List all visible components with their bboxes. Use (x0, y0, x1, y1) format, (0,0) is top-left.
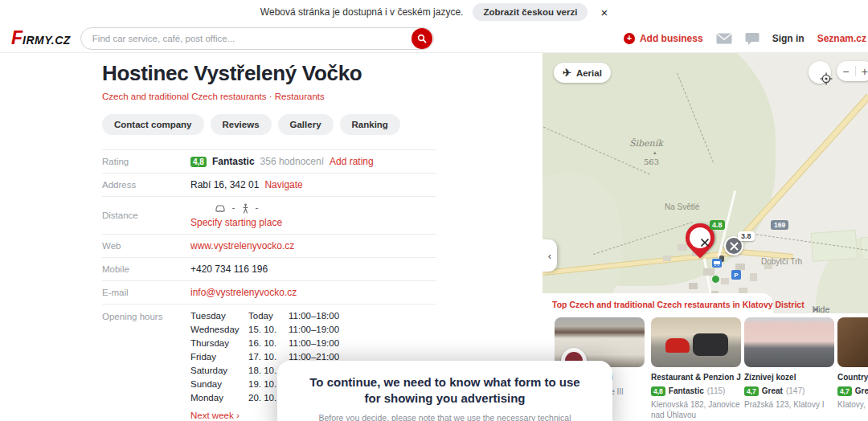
map-building (739, 288, 747, 293)
info-poi-icon (711, 275, 720, 284)
walk-icon (242, 203, 249, 214)
ranking-button[interactable]: Ranking (340, 114, 400, 135)
add-business-button[interactable]: + Add business (624, 33, 703, 44)
reviews-button[interactable]: Reviews (211, 114, 272, 135)
map-building (703, 268, 714, 276)
restaurant-name: Žíznivej kozel (744, 373, 834, 383)
restaurant-address: Pražská 123, Klatovy I (744, 399, 834, 410)
hours-date: 15. 10. (248, 324, 289, 336)
website-link[interactable]: www.vystrelenyvocko.cz (190, 240, 294, 251)
seznam-link[interactable]: Seznam.cz (817, 33, 866, 44)
hours-time: 11:00–19:00 (289, 337, 369, 349)
restaurant-address: Klatovy, (837, 399, 868, 410)
mail-icon[interactable] (716, 33, 732, 44)
search-icon (417, 34, 427, 43)
breadcrumb: Czech and traditional Czech restaurants … (102, 92, 440, 101)
category-link-czech-restaurants[interactable]: Czech and traditional Czech restaurants (102, 92, 267, 101)
gallery-button[interactable]: Gallery (278, 114, 334, 135)
restaurant-rating: 4,7 Great (147) (744, 386, 834, 396)
search-input[interactable] (80, 27, 434, 50)
consent-dialog-title: To continue, we need to know what form t… (305, 374, 585, 407)
chevron-right-icon: › (236, 411, 240, 420)
opening-hours-label: Opening hours (102, 310, 190, 321)
plus-icon: + (624, 33, 635, 44)
restaurant-card[interactable]: Country Beňovy 4,7 Great Klatovy, (837, 317, 868, 410)
page: Webová stránka je dostupná i v českém ja… (0, 0, 868, 421)
show-czech-version-button[interactable]: Zobrazit českou verzi (473, 3, 588, 21)
sign-in-link[interactable]: Sign in (772, 33, 805, 44)
navigate-link[interactable]: Navigate (264, 179, 302, 190)
hours-time: 11:00–18:00 (289, 310, 369, 322)
contact-company-button[interactable]: Contact company (102, 114, 204, 135)
aerial-view-button[interactable]: ✈ Aerial (554, 63, 611, 83)
hours-date: Today (248, 310, 289, 322)
add-rating-link[interactable]: Add rating (330, 156, 374, 167)
pin-rating-badge: 4.8 (710, 220, 725, 230)
carousel-header: Top Czech and traditional Czech restaura… (542, 293, 773, 316)
header: Firmy.cz + Add business Sign in Seznam.c… (0, 24, 868, 53)
specify-starting-place-link[interactable]: Specify starting place (190, 217, 282, 228)
restaurant-photo (555, 317, 645, 367)
breadcrumb-separator: · (269, 92, 272, 101)
restaurant-photo (837, 317, 868, 367)
search-bar (80, 27, 434, 50)
collapse-panel-button[interactable]: ‹ (542, 239, 557, 272)
map-building (689, 283, 698, 289)
nearby-rating-badge: 3.8 (738, 231, 755, 241)
parking-icon: P (731, 270, 741, 280)
map-building (735, 264, 745, 270)
zoom-in-button[interactable]: + (856, 65, 868, 78)
map-area-label: Dobytčí Trh (761, 257, 802, 266)
distance-row: Distance - - Specify starting place (102, 196, 436, 234)
rating-badge: 4,8 (190, 157, 207, 167)
chevron-left-icon: ‹ (548, 250, 551, 262)
language-banner: Webová stránka je dostupná i v českém ja… (0, 0, 868, 24)
cookie-consent-dialog: To continue, we need to know what form t… (277, 361, 612, 421)
map-zoom-control: − + (837, 61, 868, 81)
email-link[interactable]: info@vystrelenyvocko.cz (190, 287, 297, 298)
close-icon: ✕ (813, 305, 820, 314)
restaurant-rating: 4,8 Fantastic (115) (651, 386, 741, 396)
search-button[interactable] (411, 28, 432, 49)
consent-dialog-subtitle: Before you decide, please note that we u… (305, 413, 585, 421)
restaurant-name: Country Beňovy (837, 373, 868, 383)
distance-label: Distance (102, 210, 190, 220)
rating-count[interactable]: 356 hodnocení (260, 156, 324, 167)
chat-bubble-icon[interactable] (745, 32, 760, 45)
zoom-out-button[interactable]: − (837, 65, 855, 78)
bus-icon (712, 259, 722, 268)
restaurant-photo (744, 317, 834, 367)
page-title: Hostinec Vystřelený Vočko (102, 61, 440, 86)
restaurant-photo (651, 317, 741, 367)
action-tabs: Contact company Reviews Gallery Ranking (102, 114, 440, 135)
category-link-restaurants[interactable]: Restaurants (275, 92, 325, 101)
rating-text: Fantastic (212, 156, 255, 167)
hours-date: 17. 10. (248, 351, 289, 363)
header-actions: + Add business Sign in Seznam.cz (624, 24, 868, 53)
top-restaurants-link[interactable]: Top Czech and traditional Czech restaura… (552, 300, 805, 309)
close-icon[interactable]: × (600, 6, 608, 19)
map-field (860, 235, 868, 260)
restaurant-address: Klenovská 182, Janovice nad Úhlavou (651, 399, 741, 420)
restaurant-card[interactable]: Restaurant & Penzion Jelenka 4,8 Fantast… (651, 317, 741, 420)
map-building (663, 255, 671, 261)
address-label: Address (102, 180, 190, 190)
hours-day: Saturday (190, 365, 248, 377)
hours-day: Wednesday (190, 324, 248, 336)
language-banner-message: Webová stránka je dostupná i v českém ja… (260, 6, 464, 18)
next-week-link[interactable]: Next week › (190, 411, 240, 420)
hours-day: Sunday (190, 378, 248, 390)
map-hill-label: Šibeník (629, 138, 663, 149)
car-distance-value: - (232, 202, 235, 214)
address-row: Address Rabí 16, 342 01 Navigate (102, 173, 436, 196)
firmy-logo[interactable]: Firmy.cz (11, 27, 71, 49)
restaurant-card[interactable]: Žíznivej kozel 4,7 Great (147) Pražská 1… (744, 317, 834, 410)
locate-me-button[interactable] (809, 61, 831, 84)
map-road-number-badge: 169 (771, 220, 788, 230)
rating-row: Rating 4,8 Fantastic 356 hodnocení Add r… (102, 149, 436, 173)
web-row: Web www.vystrelenyvocko.cz (102, 234, 436, 257)
address-value: Rabí 16, 342 01 (190, 179, 259, 190)
hours-date: 16. 10. (248, 337, 289, 349)
hours-day: Tuesday (190, 310, 248, 322)
email-label: E-mail (102, 288, 190, 297)
